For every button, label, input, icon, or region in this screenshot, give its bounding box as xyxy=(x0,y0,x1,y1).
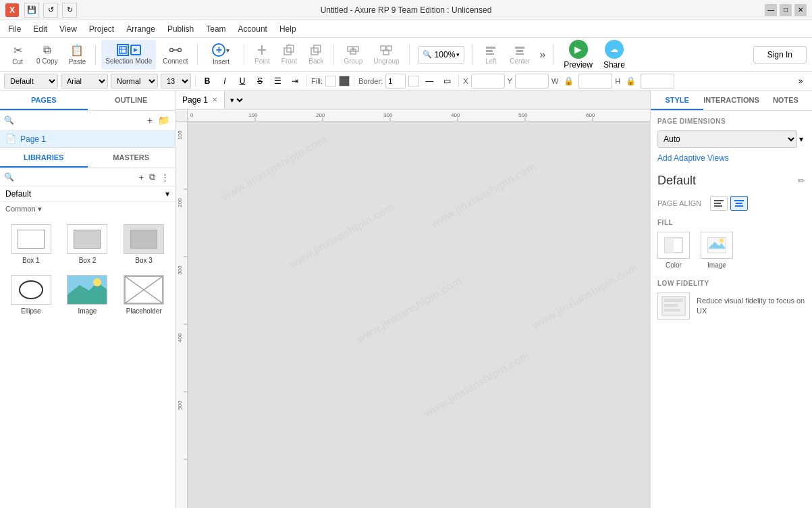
border-side-button[interactable]: ▭ xyxy=(439,74,454,88)
menu-view[interactable]: View xyxy=(54,22,82,36)
align-left-icon xyxy=(485,44,497,56)
preview-button[interactable]: ▶ Preview xyxy=(560,39,597,71)
w-field[interactable] xyxy=(578,74,612,88)
paste-button[interactable]: 📋 Paste xyxy=(65,40,90,70)
fill-image-option[interactable]: Image xyxy=(701,232,733,269)
bold-button[interactable]: B xyxy=(200,74,215,88)
lib-item-box3[interactable]: Box 3 xyxy=(118,222,169,267)
lib-more-button[interactable]: ⋮ xyxy=(159,171,171,184)
menu-arrange[interactable]: Arrange xyxy=(121,22,161,36)
align-left-button[interactable]: Left xyxy=(479,40,503,70)
tab-masters[interactable]: MASTERS xyxy=(88,148,175,168)
minimize-button[interactable]: — xyxy=(765,4,777,16)
tab-notes[interactable]: NOTES xyxy=(759,91,812,110)
ungroup-button[interactable]: Ungroup xyxy=(369,40,403,70)
more-format-button[interactable]: » xyxy=(793,74,808,88)
more-button[interactable]: » xyxy=(537,49,548,61)
strikethrough-button[interactable]: S xyxy=(252,74,267,88)
align-center-btn[interactable] xyxy=(730,196,748,211)
fill-color-option[interactable]: Color xyxy=(657,232,690,269)
tab-libraries[interactable]: LIBRARIES xyxy=(0,148,88,168)
font-select[interactable]: Arial xyxy=(61,74,108,88)
cut-button[interactable]: ✂ Cut xyxy=(5,40,30,70)
h-field[interactable] xyxy=(641,74,674,88)
size-select[interactable]: 13 xyxy=(161,74,191,88)
common-section-header[interactable]: Common ▾ xyxy=(0,202,175,216)
menu-account[interactable]: Account xyxy=(233,22,273,36)
svg-rect-67 xyxy=(664,304,678,307)
svg-text:400: 400 xyxy=(451,112,460,118)
maximize-button[interactable]: □ xyxy=(780,4,792,16)
lib-item-placeholder[interactable]: Placeholder xyxy=(118,272,169,318)
back-button[interactable]: Back xyxy=(304,40,328,70)
connect-button[interactable]: Connect xyxy=(159,40,192,70)
common-label: Common ▾ xyxy=(5,205,42,213)
share-button[interactable]: ☁ Share xyxy=(599,39,629,71)
style-select[interactable]: Default xyxy=(4,74,58,88)
front-button[interactable]: Front xyxy=(277,40,301,70)
lib-item-box1[interactable]: Box 1 xyxy=(5,222,57,267)
indent-button[interactable]: ⇥ xyxy=(288,74,302,88)
title-bar: X 💾 ↺ ↻ Untitled - Axure RP 9 Team Editi… xyxy=(0,0,812,20)
dimension-select[interactable]: Auto xyxy=(657,130,797,148)
add-adaptive-views-link[interactable]: Add Adaptive Views xyxy=(657,153,805,163)
menu-file[interactable]: File xyxy=(3,22,26,36)
lib-item-ellipse[interactable]: Ellipse xyxy=(5,272,57,318)
border-style-button[interactable]: — xyxy=(422,74,437,88)
weight-select[interactable]: Normal xyxy=(111,74,158,88)
bullet-button[interactable]: ☰ xyxy=(270,74,285,88)
group-button[interactable]: Group xyxy=(340,40,367,70)
undo-button[interactable]: ↺ xyxy=(43,3,58,18)
canvas-scroll[interactable]: www.jinxianshipin.com www.jinxianshipin.… xyxy=(188,122,650,508)
tab-outline[interactable]: OUTLINE xyxy=(88,91,175,110)
menu-help[interactable]: Help xyxy=(274,22,302,36)
svg-text:100: 100 xyxy=(177,130,183,140)
underline-button[interactable]: U xyxy=(235,74,250,88)
lock-aspect-button[interactable]: 🔒 xyxy=(561,74,576,88)
dimension-expand-button[interactable]: ▾ xyxy=(797,134,805,144)
page-item[interactable]: 📄 Page 1 xyxy=(0,130,175,147)
redo-button[interactable]: ↻ xyxy=(62,3,77,18)
default-edit-button[interactable]: ✏ xyxy=(798,176,805,186)
copy-button[interactable]: ⧉ 0 Copy xyxy=(32,40,62,70)
selection-mode-button[interactable]: Selection Mode xyxy=(101,40,156,70)
align-left-btn[interactable] xyxy=(710,196,728,211)
sign-in-button[interactable]: Sign In xyxy=(753,46,807,63)
x-field[interactable] xyxy=(471,74,505,88)
lib-add-button[interactable]: + xyxy=(137,171,145,184)
border-width-field[interactable] xyxy=(385,74,406,88)
tab-interactions[interactable]: INTERACTIONS xyxy=(703,91,759,110)
lock-h-button[interactable]: 🔒 xyxy=(623,74,638,88)
lib-item-image[interactable]: Image xyxy=(62,272,113,318)
tab-pages[interactable]: PAGES xyxy=(0,91,88,110)
add-folder-button[interactable]: 📁 xyxy=(157,113,171,127)
library-dropdown[interactable]: Default ▾ xyxy=(0,186,175,202)
lib-item-box2[interactable]: Box 2 xyxy=(62,222,113,267)
left-label: Left xyxy=(485,57,497,65)
fill-dark-swatch[interactable] xyxy=(339,76,350,86)
canvas-tab-page1[interactable]: Page 1 ✕ xyxy=(175,91,225,109)
pages-outline-tabs: PAGES OUTLINE xyxy=(0,91,175,111)
align-center-button[interactable]: Center xyxy=(506,40,534,70)
menu-team[interactable]: Team xyxy=(200,22,231,36)
menu-project[interactable]: Project xyxy=(84,22,119,36)
point-button[interactable]: Point xyxy=(250,40,274,70)
tab-style[interactable]: STYLE xyxy=(651,91,703,110)
canvas-tab-select[interactable]: ▾ xyxy=(227,95,245,105)
insert-button[interactable]: + ▾ Insert xyxy=(203,40,238,70)
y-field[interactable] xyxy=(515,74,549,88)
svg-text:0: 0 xyxy=(190,112,194,118)
menu-edit[interactable]: Edit xyxy=(28,22,53,36)
canvas-tab-close[interactable]: ✕ xyxy=(212,96,217,103)
add-page-button[interactable]: + xyxy=(146,113,154,127)
paste-icon: 📋 xyxy=(70,44,84,57)
save-button[interactable]: 💾 xyxy=(24,3,39,18)
fill-color-swatch[interactable] xyxy=(325,76,336,86)
lib-search-icon: 🔍 xyxy=(4,172,14,182)
zoom-control[interactable]: 🔍 100% ▾ xyxy=(418,46,465,63)
close-button[interactable]: ✕ xyxy=(794,4,807,16)
menu-publish[interactable]: Publish xyxy=(162,22,199,36)
italic-button[interactable]: I xyxy=(217,74,232,88)
lib-copy-button[interactable]: ⧉ xyxy=(148,170,157,184)
border-color-swatch[interactable] xyxy=(408,76,419,86)
